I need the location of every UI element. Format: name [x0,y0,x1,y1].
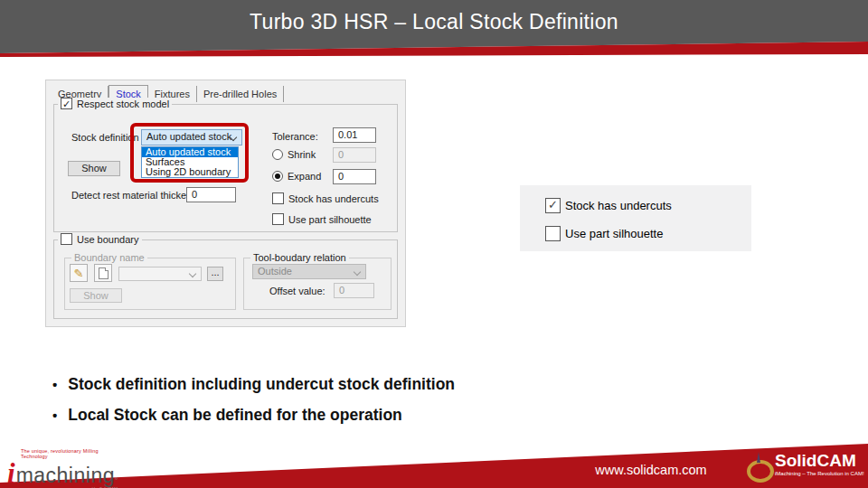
expand-label: Expand [288,171,321,182]
bullet-text: Local Stock can be defined for the opera… [68,406,402,425]
check-icon: ✓ [548,198,558,211]
dropdown-option-using-2d-boundary[interactable]: Using 2D boundary [142,167,238,177]
tolerance-label: Tolerance: [272,131,318,142]
shrink-radio[interactable]: Shrink [272,149,316,160]
page-title: Turbo 3D HSR – Local Stock Definition [0,10,868,34]
solidcam-wordmark-block: SolidCAM iMachining – The Revolution in … [775,452,864,476]
boundary-name-label: Boundary name [71,252,147,263]
imachining-wordmark: i machining ° [7,459,127,487]
callout-stock-has-undercuts-checkbox[interactable]: ✓ Stock has undercuts [545,198,672,213]
checkbox-box-checked: ✓ [545,198,561,213]
show-button[interactable]: Show [68,161,120,176]
undercut-callout: ✓ Stock has undercuts Use part silhouett… [520,185,751,251]
offset-value-label: Offset value: [269,286,326,296]
use-boundary-label: Use boundary [77,234,139,245]
bullet-icon: • [52,408,57,423]
stock-dialog: Geometry Stock Fixtures Pre-drilled Hole… [45,80,406,327]
icon-spike [757,452,760,463]
check-icon: ✓ [62,99,71,109]
edit-boundary-button[interactable]: ✎ [70,264,88,282]
imachining-logo: The unique, revolutionary Milling Techno… [7,448,127,488]
use-boundary-checkbox[interactable]: Use boundary [58,233,142,245]
stock-has-undercuts-label: Stock has undercuts [288,193,379,204]
solidcam-top-icon [747,458,769,477]
respect-stock-model-checkbox[interactable]: ✓ Respect stock model [58,98,172,109]
pencil-icon: ✎ [74,267,84,279]
browse-boundary-button[interactable]: ... [207,267,223,281]
chevron-down-icon [354,268,361,276]
shrink-field: 0 [333,147,376,163]
stock-definition-combobox[interactable]: Auto updated stock [141,129,242,145]
website-url: www.solidcam.com [570,463,732,477]
expand-field[interactable]: 0 [333,169,376,184]
tool-boundary-label: Tool-boudary relation [250,252,349,263]
tolerance-field[interactable]: 0.01 [333,127,376,143]
offset-value-field: 0 [334,283,374,298]
tab-pre-drilled-holes[interactable]: Pre-drilled Holes [197,86,284,102]
icon-ring [747,460,774,483]
chevron-down-icon [189,270,196,277]
shrink-label: Shrink [288,149,316,160]
solidcam-name: SolidCAM [775,452,864,469]
list-item: • Stock definition including undercut st… [52,375,455,394]
imachining-name: machining [16,465,115,486]
expand-radio[interactable]: Expand [272,171,321,182]
new-boundary-button[interactable] [94,264,112,282]
stock-has-undercuts-checkbox[interactable]: Stock has undercuts [272,192,379,204]
list-item: • Local Stock can be defined for the ope… [52,406,455,425]
checkbox-box: ✓ [61,98,72,109]
bullet-text: Stock definition including undercut stoc… [68,375,455,394]
stock-definition-value: Auto updated stock [146,131,231,142]
callout-use-part-silhouette-checkbox[interactable]: Use part silhouette [545,226,663,241]
checkbox-box [61,233,72,245]
boundary-name-combobox [118,267,202,281]
radio-circle [272,149,283,160]
imachining-reg-mark: ° [115,477,118,484]
footer-red-wedge [0,432,868,488]
solidcam-logo: SolidCAM iMachining – The Revolution in … [747,451,864,477]
callout-use-part-silhouette-label: Use part silhouette [565,227,663,240]
dropdown-option-auto-updated-stock[interactable]: Auto updated stock [142,147,238,157]
checkbox-box [545,226,561,241]
stock-definition-dropdown: Auto updated stock Surfaces Using 2D bou… [141,146,239,178]
checkbox-box [272,192,284,204]
use-part-silhouette-checkbox[interactable]: Use part silhouette [272,213,372,225]
slide: Turbo 3D HSR – Local Stock Definition Ge… [0,0,868,488]
boundary-show-button: Show [70,288,122,303]
radio-dot [275,174,280,179]
use-part-silhouette-label: Use part silhouette [288,214,372,225]
bullet-list: • Stock definition including undercut st… [52,375,455,436]
page-fold [105,267,108,271]
solidcam-tagline: iMachining – The Revolution in CAM! [775,471,864,476]
detect-rest-field[interactable]: 0 [186,187,236,202]
callout-stock-has-undercuts-label: Stock has undercuts [565,199,672,212]
bullet-icon: • [52,377,57,392]
imachining-i: i [7,459,15,487]
respect-stock-model-label: Respect stock model [77,99,169,109]
tool-boundary-combobox: Outside [252,264,366,279]
dropdown-option-surfaces[interactable]: Surfaces [142,157,238,167]
new-document-icon [99,267,108,279]
radio-circle-selected [272,171,283,182]
checkbox-box [272,213,284,225]
imachining-tagline: The unique, revolutionary Milling Techno… [21,448,127,459]
stock-definition-label: Stock definition [71,132,139,143]
tool-boundary-value: Outside [258,266,292,277]
